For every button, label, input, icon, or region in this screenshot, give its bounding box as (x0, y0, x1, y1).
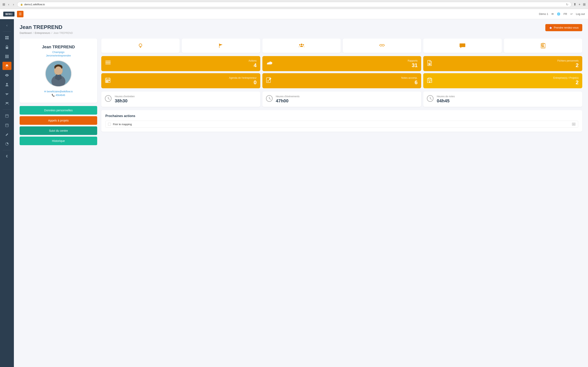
sidebar-item-megaphone[interactable] (2, 90, 11, 98)
appointment-button[interactable]: ⏰ Prendre rendez-vous (545, 24, 582, 31)
hours-card-entretien: Heures d'entretien 38h30 (101, 92, 260, 107)
grid-icon[interactable]: ⊞ (583, 2, 586, 6)
svg-point-38 (303, 44, 304, 45)
svg-rect-1 (7, 36, 9, 38)
sidebar-item-dashboard[interactable] (2, 34, 11, 42)
stat-info-agenda: Agenda de l'entrepreneur 0 (113, 76, 257, 85)
breadcrumb-entrepreneurs[interactable]: Entrepreneurs (35, 32, 50, 34)
svg-point-14 (7, 75, 8, 76)
stat-value-fichiers: 2 (435, 63, 579, 68)
stat-card-fichiers[interactable]: Fichiers personnels 2 (423, 56, 582, 71)
historique-button[interactable]: Historique (20, 137, 97, 145)
address-bar[interactable]: 🔒 demo1.wikiflow.io ↻ (17, 2, 571, 7)
sidebar-item-calendar1[interactable] (2, 112, 11, 120)
svg-point-15 (6, 83, 8, 85)
browser-chrome: ⊞ ‹ › 🔒 demo1.wikiflow.io ↻ ⬆ + ⊞ (0, 0, 588, 9)
menu-icon: ☰ (19, 12, 22, 16)
svg-rect-44 (543, 46, 544, 46)
mail-icon[interactable]: ✉ (552, 12, 554, 16)
svg-rect-66 (429, 79, 430, 80)
svg-rect-50 (105, 64, 111, 64)
stat-label-rapports: Rapports (276, 59, 418, 62)
page-header: Jean TREPREND Dashboard / Entrepreneurs … (20, 24, 582, 34)
icon-card-bulb[interactable] (101, 39, 180, 53)
stat-card-agenda[interactable]: Agenda de l'entrepreneur 0 (101, 73, 260, 88)
sidebar-item-euro[interactable]: € (2, 152, 11, 160)
stat-card-rapports[interactable]: Rapports 31 (262, 56, 421, 71)
stat-card-entreprises[interactable]: Entreprise(s) / Projet(s) 2 (423, 73, 582, 88)
logout-icon[interactable]: ↩ (571, 12, 573, 16)
icon-grid (101, 39, 582, 53)
svg-rect-12 (7, 57, 8, 58)
svg-rect-72 (431, 81, 432, 81)
sidebar-item-calendar2[interactable] (2, 121, 11, 129)
url-text: demo1.wikiflow.io (24, 3, 45, 6)
action-tag-mapping[interactable]: - (572, 123, 576, 126)
stat-info-entreprises: Entreprise(s) / Projet(s) 2 (435, 76, 579, 85)
stats-grid-row2: Agenda de l'entrepreneur 0 (101, 73, 582, 88)
hours-label-entretien: Heures d'entretien (115, 95, 135, 98)
stat-card-actions[interactable]: Actions 4 (101, 56, 260, 71)
svg-rect-19 (6, 115, 8, 117)
svg-rect-4 (6, 47, 8, 49)
breadcrumb-sep2: / (52, 32, 52, 34)
svg-rect-57 (107, 80, 108, 81)
sidebar-item-chart[interactable] (2, 140, 11, 148)
svg-rect-10 (8, 56, 9, 57)
sidebar-item-collapse[interactable]: ‹ (2, 21, 11, 29)
lock-icon: 🔒 (20, 3, 23, 6)
stat-info-actions: Actions 4 (114, 59, 257, 68)
share-icon[interactable]: ⬆ (573, 2, 576, 6)
stat-info-notes: Notes accomp. 6 (274, 76, 418, 85)
svg-rect-7 (8, 55, 9, 56)
sidebar-item-edit[interactable] (2, 131, 11, 139)
sidebar-item-grid[interactable] (2, 52, 11, 60)
clock-icon-entretien (104, 95, 112, 104)
page-title: Jean TREPREND (20, 24, 73, 30)
suivi-button[interactable]: Suivi du centre (20, 126, 97, 135)
back-button[interactable]: ‹ (7, 2, 10, 7)
right-column: Actions 4 Rapports (101, 39, 582, 132)
sidebar-item-lock[interactable] (2, 43, 11, 51)
svg-rect-23 (6, 124, 8, 127)
icon-card-handshake[interactable] (343, 39, 421, 53)
action-text-mapping: Finir le mapping (113, 123, 570, 126)
action-checkbox[interactable] (108, 123, 111, 125)
globe-icon[interactable]: 🌐 (557, 12, 560, 16)
breadcrumb-dashboard[interactable]: Dashboard (20, 32, 32, 34)
profile-email[interactable]: ✉ beneficiaire@wikiflow.io (24, 90, 93, 93)
breadcrumb: Dashboard / Entrepreneurs / Jean TREPREN… (20, 32, 73, 34)
hours-card-evenements: Heures d'évènements 47h00 (262, 92, 421, 107)
stat-label-agenda: Agenda de l'entrepreneur (113, 76, 257, 79)
icon-card-chat[interactable] (423, 39, 502, 53)
tabs-icon[interactable]: ⊞ (2, 2, 5, 6)
stat-icon-fichiers (427, 60, 432, 67)
wiki-logo: WIKI (3, 12, 15, 17)
donnees-button[interactable]: Données personnelles (20, 106, 97, 115)
stat-value-agenda: 0 (113, 80, 257, 85)
stat-card-notes[interactable]: Notes accomp. 6 (262, 73, 421, 88)
sidebar-item-user[interactable] (2, 81, 11, 89)
stat-label-notes: Notes accomp. (274, 76, 418, 79)
icon-card-people[interactable] (262, 39, 341, 53)
new-tab-icon[interactable]: + (579, 3, 580, 6)
icon-card-flag[interactable] (182, 39, 260, 53)
svg-rect-65 (428, 79, 429, 80)
sidebar-item-group[interactable] (2, 99, 11, 108)
svg-rect-13 (8, 57, 9, 58)
stat-value-entreprises: 2 (435, 80, 579, 85)
stat-icon-notes (266, 77, 271, 84)
sidebar-item-eye[interactable] (2, 71, 11, 79)
logout-label[interactable]: Log out (576, 12, 585, 16)
sidebar-item-education[interactable] (2, 62, 11, 70)
svg-line-83 (269, 99, 271, 100)
menu-button[interactable]: ☰ (17, 11, 24, 17)
forward-button[interactable]: › (12, 2, 15, 7)
icon-card-building[interactable] (504, 39, 582, 53)
svg-rect-6 (7, 55, 8, 56)
reload-icon[interactable]: ↻ (566, 3, 568, 6)
profile-phone[interactable]: 📞 4564646 (24, 94, 93, 97)
svg-rect-58 (109, 80, 110, 81)
stat-value-notes: 6 (274, 80, 418, 85)
appels-button[interactable]: Appels à projets (20, 116, 97, 125)
